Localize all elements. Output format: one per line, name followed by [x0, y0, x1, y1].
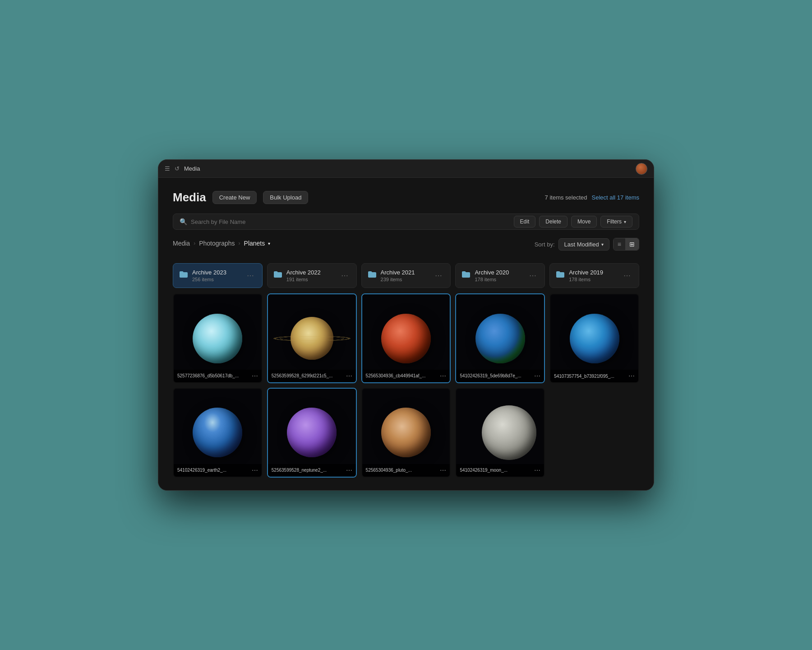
- image-label: 52563599528_6299d221c5_... ⋯: [268, 370, 356, 382]
- folder-more-icon[interactable]: ⋯: [245, 270, 256, 281]
- sort-chevron-icon: ▾: [601, 242, 604, 247]
- search-input[interactable]: [191, 218, 510, 225]
- image-more-icon[interactable]: ⋯: [440, 467, 446, 474]
- folder-card[interactable]: Archive 2022 191 items ⋯: [267, 263, 357, 288]
- image-label: 52563599528_neptune2_... ⋯: [268, 464, 356, 477]
- image-card[interactable]: 52563599528_6299d221c5_... ⋯: [267, 293, 357, 383]
- breadcrumb-row: Media › Photographs › Planets ▾ Sort by:…: [173, 238, 639, 257]
- folder-icon: [274, 271, 282, 280]
- image-card[interactable]: 52565304936_pluto_... ⋯: [361, 388, 451, 478]
- image-card[interactable]: 52577236876_d5b50617db_... ⋯: [173, 293, 263, 383]
- page-header-right: 7 items selected Select all 17 items: [545, 194, 639, 201]
- breadcrumb: Media › Photographs › Planets ▾: [173, 240, 270, 247]
- folder-icon: [462, 271, 470, 280]
- page-title: Media: [173, 190, 206, 204]
- folder-name: Archive 2021: [381, 269, 429, 276]
- bulk-upload-button[interactable]: Bulk Upload: [263, 191, 308, 204]
- image-label: 54102426319_5de69b8d7e_... ⋯: [456, 370, 544, 382]
- breadcrumb-sep-2: ›: [239, 240, 240, 246]
- folder-name: Archive 2019: [569, 269, 617, 276]
- folder-info: Archive 2023 256 items: [192, 269, 240, 282]
- select-all-link[interactable]: Select all 17 items: [592, 194, 640, 201]
- image-filename: 54102426319_moon_...: [460, 468, 532, 473]
- breadcrumb-media[interactable]: Media: [173, 240, 190, 247]
- search-icon: 🔍: [180, 218, 187, 225]
- grid-view-button[interactable]: ⊞: [625, 238, 639, 250]
- image-card[interactable]: 54102426319_earth2_... ⋯: [173, 388, 263, 478]
- avatar[interactable]: [636, 163, 647, 175]
- folder-count: 191 items: [286, 277, 335, 282]
- menu-icon[interactable]: ☰: [165, 165, 170, 172]
- image-more-icon[interactable]: ⋯: [252, 372, 258, 380]
- image-more-icon[interactable]: ⋯: [346, 467, 352, 474]
- image-label: 52577236876_d5b50617db_... ⋯: [174, 370, 262, 382]
- image-more-icon[interactable]: ⋯: [534, 372, 540, 380]
- folder-info: Archive 2021 239 items: [381, 269, 429, 282]
- sort-option: Last Modified: [564, 241, 599, 248]
- image-card[interactable]: 54102426319_moon_... ⋯: [455, 388, 545, 478]
- folder-card[interactable]: Archive 2019 178 items ⋯: [549, 263, 639, 288]
- page-header-left: Media Create New Bulk Upload: [173, 190, 308, 204]
- image-filename: 52563599528_neptune2_...: [272, 468, 344, 473]
- history-icon[interactable]: ↺: [175, 165, 180, 172]
- sort-bar: Sort by: Last Modified ▾ ≡ ⊞: [535, 238, 639, 251]
- title-bar-title: Media: [184, 165, 200, 172]
- breadcrumb-planets-label: Planets: [244, 240, 265, 247]
- image-card[interactable]: 54107357754_b73921f095_... ⋯: [549, 293, 639, 383]
- breadcrumb-sep-1: ›: [194, 240, 195, 246]
- image-more-icon[interactable]: ⋯: [440, 372, 446, 380]
- folder-name: Archive 2023: [192, 269, 240, 276]
- folder-name: Archive 2020: [475, 269, 523, 276]
- image-filename: 54102426319_5de69b8d7e_...: [460, 373, 532, 378]
- folder-icon: [556, 271, 564, 280]
- image-filename: 52565304936_cb449941af_...: [366, 373, 438, 378]
- selected-count: 7 items selected: [545, 194, 587, 201]
- folder-count: 256 items: [192, 277, 240, 282]
- breadcrumb-planets[interactable]: Planets ▾: [244, 240, 271, 247]
- image-label: 52565304936_pluto_... ⋯: [362, 464, 450, 477]
- device-frame: ☰ ↺ Media Media Create New Bulk Upload 7…: [158, 159, 654, 491]
- folder-icon: [180, 271, 188, 280]
- folder-card[interactable]: Archive 2023 256 items ⋯: [173, 263, 263, 288]
- breadcrumb-photographs[interactable]: Photographs: [199, 240, 235, 247]
- image-more-icon[interactable]: ⋯: [346, 372, 352, 380]
- image-card[interactable]: 54102426319_5de69b8d7e_... ⋯: [455, 293, 545, 383]
- image-card[interactable]: 52563599528_neptune2_... ⋯: [267, 388, 357, 478]
- image-more-icon[interactable]: ⋯: [628, 372, 635, 380]
- chevron-down-icon: ▾: [624, 219, 626, 224]
- folder-more-icon[interactable]: ⋯: [433, 270, 444, 281]
- folder-info: Archive 2022 191 items: [286, 269, 335, 282]
- folder-more-icon[interactable]: ⋯: [622, 270, 632, 281]
- search-bar: 🔍 Edit Delete Move Filters ▾: [173, 214, 639, 230]
- folder-info: Archive 2020 178 items: [475, 269, 523, 282]
- image-more-icon[interactable]: ⋯: [252, 467, 258, 474]
- image-label: 54102426319_moon_... ⋯: [456, 464, 544, 477]
- image-label: 54102426319_earth2_... ⋯: [174, 464, 262, 477]
- folder-card[interactable]: Archive 2020 178 items ⋯: [455, 263, 545, 288]
- images-grid: 52577236876_d5b50617db_... ⋯ 52563599528…: [173, 293, 639, 478]
- edit-button[interactable]: Edit: [514, 216, 536, 228]
- folder-more-icon[interactable]: ⋯: [339, 270, 350, 281]
- move-button[interactable]: Move: [571, 216, 597, 228]
- image-filename: 52563599528_6299d221c5_...: [272, 373, 344, 378]
- folder-name: Archive 2022: [286, 269, 335, 276]
- image-filename: 52565304936_pluto_...: [366, 468, 438, 473]
- folder-more-icon[interactable]: ⋯: [527, 270, 538, 281]
- create-new-button[interactable]: Create New: [212, 191, 257, 204]
- sort-label: Sort by:: [535, 241, 555, 248]
- sort-dropdown[interactable]: Last Modified ▾: [558, 238, 609, 251]
- folder-count: 178 items: [475, 277, 523, 282]
- page-header: Media Create New Bulk Upload 7 items sel…: [173, 190, 639, 204]
- image-filename: 54102426319_earth2_...: [177, 468, 250, 473]
- delete-button[interactable]: Delete: [539, 216, 567, 228]
- image-more-icon[interactable]: ⋯: [534, 467, 540, 474]
- filters-button[interactable]: Filters ▾: [600, 216, 632, 228]
- folders-row: Archive 2023 256 items ⋯ Archive 2022 19…: [173, 263, 639, 288]
- planets-chevron-icon: ▾: [268, 241, 270, 246]
- title-bar: ☰ ↺ Media: [158, 160, 654, 178]
- folder-card[interactable]: Archive 2021 239 items ⋯: [361, 263, 451, 288]
- folder-info: Archive 2019 178 items: [569, 269, 617, 282]
- image-card[interactable]: 52565304936_cb449941af_... ⋯: [361, 293, 451, 383]
- folder-icon: [368, 271, 376, 280]
- list-view-button[interactable]: ≡: [614, 238, 625, 250]
